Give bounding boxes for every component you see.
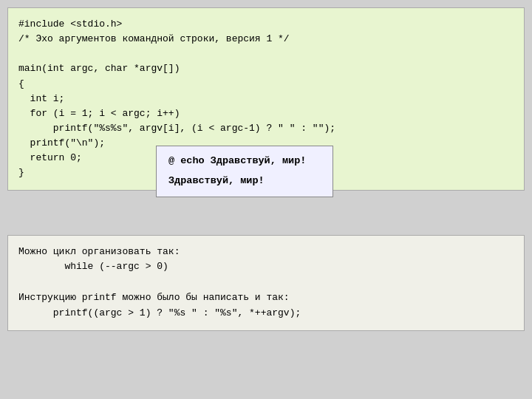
code-block: #include <stdio.h> /* Эхо аргументов ком… — [7, 7, 525, 191]
note-block: Можно цикл организовать так: while (--ar… — [7, 235, 525, 331]
terminal-command: @ echo Здравствуй, мир! — [168, 154, 321, 169]
terminal-output: Здравствуй, мир! — [168, 174, 321, 189]
note-text: Можно цикл организовать так: while (--ar… — [18, 245, 514, 321]
main-container: #include <stdio.h> /* Эхо аргументов ком… — [7, 7, 525, 331]
terminal-popup: @ echo Здравствуй, мир! Здравствуй, мир! — [156, 146, 333, 197]
